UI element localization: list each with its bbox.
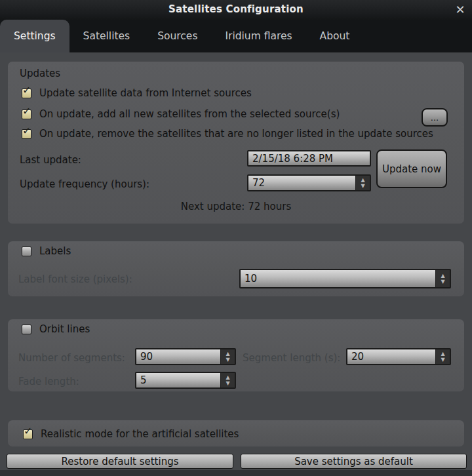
update-frequency-spinner[interactable]: 72 ▲ ▼ bbox=[247, 174, 371, 191]
fade-length-spinner[interactable]: 5 ▲ ▼ bbox=[135, 372, 236, 389]
checkmark-icon: ✓ bbox=[22, 85, 31, 96]
checkbox-orbit-lines[interactable]: Orbit lines bbox=[22, 323, 90, 335]
number-of-segments-label: Number of segments: bbox=[18, 352, 125, 364]
update-frequency-value[interactable]: 72 bbox=[248, 176, 355, 190]
checkbox-label: Labels bbox=[39, 245, 71, 257]
checkbox-remove-unlisted-satellites[interactable]: ✓ On update, remove the satellites that … bbox=[22, 128, 433, 140]
checkmark-icon: ✓ bbox=[24, 426, 32, 437]
tab-satellites[interactable]: Satellites bbox=[69, 20, 144, 52]
tab-about[interactable]: About bbox=[306, 20, 364, 52]
checkbox-box: ✓ bbox=[23, 429, 33, 439]
restore-defaults-button[interactable]: Restore default settings bbox=[7, 454, 233, 469]
checkmark-icon: ✓ bbox=[22, 106, 31, 117]
checkbox-label: Update satellite data from Internet sour… bbox=[39, 87, 252, 99]
last-update-value: 2/15/18 6:28 PM bbox=[248, 151, 370, 165]
label-font-size-value[interactable]: 10 bbox=[241, 270, 435, 287]
save-defaults-button[interactable]: Save settings as default bbox=[241, 454, 467, 469]
checkbox-labels[interactable]: Labels bbox=[22, 245, 71, 257]
spin-up-icon[interactable]: ▲ bbox=[441, 351, 444, 357]
update-frequency-label: Update frequency (hours): bbox=[20, 178, 149, 190]
number-of-segments-value[interactable]: 90 bbox=[136, 349, 220, 364]
number-of-segments-spinner[interactable]: 90 ▲ ▼ bbox=[135, 348, 236, 365]
spin-down-icon[interactable]: ▼ bbox=[226, 380, 229, 386]
tab-bar: Settings Satellites Sources Iridium flar… bbox=[0, 20, 472, 52]
checkbox-update-from-internet[interactable]: ✓ Update satellite data from Internet so… bbox=[22, 87, 252, 99]
spinner-buttons[interactable]: ▲ ▼ bbox=[435, 349, 450, 364]
segment-length-value[interactable]: 20 bbox=[347, 349, 435, 364]
spin-up-icon[interactable]: ▲ bbox=[361, 177, 364, 183]
checkbox-add-new-satellites[interactable]: ✓ On update, add all new satellites from… bbox=[22, 108, 340, 120]
updates-heading: Updates bbox=[20, 68, 60, 79]
checkbox-box bbox=[22, 325, 31, 334]
select-sources-more-button[interactable]: ... bbox=[422, 108, 448, 127]
window-bottom-edge bbox=[0, 470, 472, 476]
checkbox-box bbox=[22, 247, 31, 256]
spinner-buttons[interactable]: ▲ ▼ bbox=[435, 270, 450, 287]
spinner-buttons[interactable]: ▲ ▼ bbox=[220, 349, 235, 364]
updates-groupbox: Updates ✓ Update satellite data from Int… bbox=[8, 62, 464, 224]
fade-length-label: Fade length: bbox=[18, 376, 79, 387]
close-icon[interactable]: ✕ bbox=[452, 2, 468, 18]
settings-panel: Updates ✓ Update satellite data from Int… bbox=[0, 52, 472, 476]
next-update-text: Next update: 72 hours bbox=[8, 201, 464, 212]
checkbox-realistic-mode[interactable]: ✓ Realistic mode for the artificial sate… bbox=[23, 428, 239, 440]
checkmark-icon: ✓ bbox=[22, 126, 31, 136]
last-update-field: 2/15/18 6:28 PM bbox=[247, 150, 371, 167]
label-font-size-spinner[interactable]: 10 ▲ ▼ bbox=[239, 269, 451, 288]
checkbox-label: On update, remove the satellites that ar… bbox=[39, 128, 433, 140]
window-title: Satellites Configuration bbox=[0, 3, 472, 15]
tab-settings[interactable]: Settings bbox=[0, 20, 69, 52]
update-now-button[interactable]: Update now bbox=[376, 149, 447, 188]
fade-length-value[interactable]: 5 bbox=[136, 373, 220, 387]
spin-down-icon[interactable]: ▼ bbox=[226, 357, 229, 363]
checkbox-box: ✓ bbox=[22, 89, 31, 98]
spin-down-icon[interactable]: ▼ bbox=[441, 279, 444, 285]
segment-length-spinner[interactable]: 20 ▲ ▼ bbox=[346, 348, 451, 365]
spinner-buttons[interactable]: ▲ ▼ bbox=[355, 176, 370, 190]
segment-length-label: Segment length (s): bbox=[243, 352, 340, 364]
spin-down-icon[interactable]: ▼ bbox=[441, 357, 444, 363]
titlebar: Satellites Configuration ✕ bbox=[0, 0, 472, 20]
spin-up-icon[interactable]: ▲ bbox=[226, 351, 229, 357]
orbit-lines-groupbox: Orbit lines Number of segments: 90 ▲ ▼ S… bbox=[8, 319, 464, 391]
checkbox-box: ✓ bbox=[22, 129, 31, 139]
tab-sources[interactable]: Sources bbox=[144, 20, 211, 52]
tab-iridium-flares[interactable]: Iridium flares bbox=[211, 20, 305, 52]
spinner-buttons[interactable]: ▲ ▼ bbox=[220, 373, 235, 387]
checkbox-box: ✓ bbox=[22, 109, 31, 119]
last-update-label: Last update: bbox=[20, 154, 81, 166]
checkbox-label: On update, add all new satellites from t… bbox=[39, 108, 340, 120]
realistic-mode-groupbox: ✓ Realistic mode for the artificial sate… bbox=[8, 420, 464, 446]
checkbox-label: Realistic mode for the artificial satell… bbox=[41, 428, 239, 440]
spin-down-icon[interactable]: ▼ bbox=[361, 183, 364, 189]
label-font-size-label: Label font size (pixels): bbox=[18, 273, 132, 285]
checkbox-label: Orbit lines bbox=[39, 323, 90, 335]
spin-up-icon[interactable]: ▲ bbox=[441, 273, 444, 279]
spin-up-icon[interactable]: ▲ bbox=[226, 374, 229, 380]
labels-groupbox: Labels Label font size (pixels): 10 ▲ ▼ bbox=[8, 241, 464, 296]
